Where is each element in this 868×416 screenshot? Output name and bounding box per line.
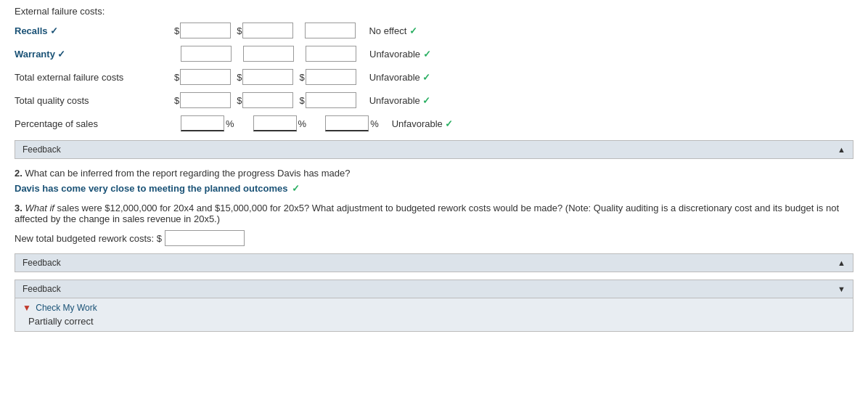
total-quality-dollar-2: $ <box>237 95 242 106</box>
total-quality-input-3[interactable] <box>306 92 356 108</box>
question-2-answer: Davis has come very close to meeting the… <box>15 183 853 194</box>
warranty-input-2[interactable] <box>243 46 294 62</box>
question-3-body: sales were $12,000,000 for 20x4 and $15,… <box>15 203 839 224</box>
pct-sales-input-2[interactable] <box>253 115 297 131</box>
recalls-label: Recalls ✓ <box>15 25 174 36</box>
feedback-collapse-1[interactable]: ▲ <box>838 145 846 154</box>
recalls-input-group-3 <box>299 23 356 38</box>
pct-suffix-3: % <box>370 118 379 129</box>
recalls-status: No effect ✓ <box>369 25 417 36</box>
question-3-section: 3. What if sales were $12,000,000 for 20… <box>15 203 853 246</box>
question-2-num: 2. <box>15 168 22 179</box>
pct-sales-input-group-2: % <box>253 115 307 131</box>
recalls-input-3[interactable] <box>305 23 356 38</box>
feedback-label-1: Feedback <box>22 144 61 155</box>
total-quality-input-1[interactable] <box>180 92 231 108</box>
pct-sales-status: Unfavorable ✓ <box>392 118 454 129</box>
pct-sales-input-1[interactable] <box>181 115 224 131</box>
external-failure-text: External failure costs: <box>15 6 105 17</box>
feedback-bar-3: Feedback ▼ ▼ Check My Work Partially cor… <box>15 280 853 332</box>
warranty-input-1[interactable] <box>181 46 232 62</box>
pct-sales-inputs: % % % <box>174 115 385 131</box>
total-quality-dollar-3: $ <box>299 95 304 106</box>
rework-row: New total budgeted rework costs: $ <box>15 230 853 246</box>
recalls-dollar-2: $ <box>237 25 242 36</box>
pct-suffix-1: % <box>226 118 234 129</box>
total-quality-dollar-1: $ <box>174 95 179 106</box>
feedback-label-2: Feedback <box>22 258 61 268</box>
rework-label: New total budgeted rework costs: $ <box>15 233 162 244</box>
recalls-dollar-1: $ <box>174 25 179 36</box>
question-3-italic: What if <box>25 203 54 213</box>
feedback-3-body: ▼ Check My Work Partially correct <box>15 298 853 331</box>
total-external-inputs: $ $ $ <box>174 69 362 85</box>
recalls-inputs: $ $ <box>174 23 361 38</box>
total-quality-input-2[interactable] <box>242 92 293 108</box>
warranty-link[interactable]: Warranty ✓ <box>15 49 65 60</box>
question-3-text: 3. What if sales were $12,000,000 for 20… <box>15 203 853 224</box>
question-2-section: 2. What can be inferred from the report … <box>15 168 853 194</box>
warranty-inputs <box>174 46 362 62</box>
question-2-check: ✓ <box>292 183 300 194</box>
feedback-collapse-2[interactable]: ▲ <box>838 258 846 267</box>
feedback-label-3: Feedback <box>22 284 61 294</box>
feedback-bar-1[interactable]: Feedback ▲ <box>15 140 853 159</box>
external-failure-label: External failure costs: <box>15 6 853 17</box>
total-external-input-1[interactable] <box>180 69 231 85</box>
total-external-dollar-1: $ <box>174 72 179 83</box>
rework-input[interactable] <box>165 230 245 246</box>
recalls-input-2[interactable] <box>242 23 293 38</box>
check-my-work-label: Check My Work <box>36 303 97 313</box>
warranty-input-group-3 <box>300 46 356 62</box>
warranty-row: Warranty ✓ Unfavorable ✓ <box>15 44 853 63</box>
total-quality-row: Total quality costs $ $ $ Unfavorable ✓ <box>15 91 853 110</box>
pct-sales-input-3[interactable] <box>325 115 369 131</box>
total-quality-label: Total quality costs <box>15 95 174 106</box>
pct-sales-label: Percentage of sales <box>15 118 174 129</box>
recalls-input-group-2: $ <box>237 23 293 38</box>
pct-sales-input-group-1: % <box>174 115 234 131</box>
total-external-input-group-2: $ <box>237 69 293 85</box>
warranty-input-group-1 <box>174 46 232 62</box>
total-external-row: Total external failure costs $ $ $ Unfav… <box>15 68 853 86</box>
warranty-status: Unfavorable ✓ <box>369 49 431 60</box>
total-external-dollar-3: $ <box>299 72 304 83</box>
total-quality-input-group-3: $ <box>299 92 356 108</box>
feedback-collapse-3[interactable]: ▼ <box>838 285 846 293</box>
total-external-input-group-1: $ <box>174 69 231 85</box>
pct-suffix-2: % <box>298 118 307 129</box>
feedback-3-top[interactable]: Feedback ▼ <box>15 280 853 298</box>
total-external-dollar-2: $ <box>237 72 242 83</box>
check-my-work[interactable]: ▼ Check My Work <box>22 303 846 313</box>
pct-sales-row: Percentage of sales % % % Unfavorable ✓ <box>15 114 853 133</box>
total-external-input-2[interactable] <box>242 69 293 85</box>
recalls-input-group-1: $ <box>174 23 231 38</box>
recalls-row: Recalls ✓ $ $ No effect ✓ <box>15 21 853 40</box>
total-external-input-3[interactable] <box>306 69 356 85</box>
recalls-link[interactable]: Recalls ✓ <box>15 25 58 36</box>
question-2-text: 2. What can be inferred from the report … <box>15 168 853 179</box>
warranty-input-3[interactable] <box>306 46 356 62</box>
question-2-answer-text: Davis has come very close to meeting the… <box>15 183 287 194</box>
warranty-label: Warranty ✓ <box>15 49 174 60</box>
question-3-num: 3. <box>15 203 25 213</box>
check-my-work-icon: ▼ <box>22 303 31 313</box>
main-container: External failure costs: Recalls ✓ $ $ No… <box>0 0 868 338</box>
total-quality-inputs: $ $ $ <box>174 92 362 108</box>
recalls-input-1[interactable] <box>180 23 231 38</box>
feedback-bar-2[interactable]: Feedback ▲ <box>15 253 853 272</box>
partially-correct-text: Partially correct <box>22 316 846 327</box>
warranty-input-group-2 <box>237 46 294 62</box>
total-quality-input-group-1: $ <box>174 92 231 108</box>
total-quality-input-group-2: $ <box>237 92 293 108</box>
total-external-status: Unfavorable ✓ <box>369 72 431 83</box>
total-external-input-group-3: $ <box>299 69 356 85</box>
total-quality-status: Unfavorable ✓ <box>369 95 431 106</box>
pct-sales-input-group-3: % <box>325 115 379 131</box>
question-2-body: What can be inferred from the report reg… <box>25 168 350 179</box>
total-external-label: Total external failure costs <box>15 72 174 83</box>
